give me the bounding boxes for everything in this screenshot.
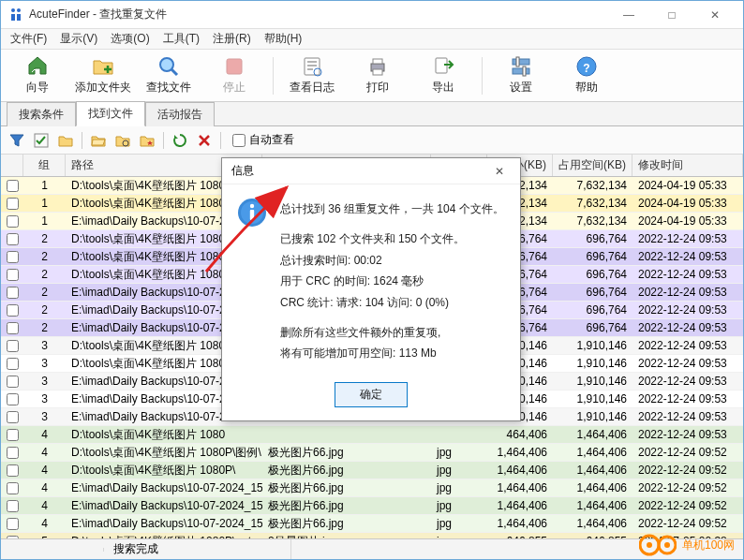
tab[interactable]: 找到文件 — [76, 101, 145, 126]
toolbar-stop-button: 停止 — [203, 53, 265, 98]
svg-text:?: ? — [583, 62, 589, 75]
dialog-title[interactable]: 信息 — [222, 158, 520, 184]
delete-icon[interactable] — [194, 130, 215, 151]
svg-rect-12 — [516, 57, 519, 66]
table-row[interactable]: 4D:\tools\桌面\4K壁纸图片 1080P\图例\极光图片66.jpgj… — [1, 444, 743, 462]
row-checkbox[interactable] — [7, 287, 19, 299]
svg-rect-4 — [305, 58, 320, 75]
svg-rect-7 — [373, 59, 382, 64]
close-button[interactable]: ✕ — [694, 2, 736, 28]
row-checkbox[interactable] — [7, 429, 19, 441]
svg-point-25 — [664, 542, 670, 548]
svg-point-23 — [647, 542, 652, 548]
row-checkbox[interactable] — [7, 393, 19, 405]
menu-item[interactable]: 选项(O) — [105, 29, 155, 49]
filter-icon[interactable] — [7, 130, 27, 151]
table-row[interactable]: 4D:\tools\桌面\4K壁纸图片 1080P\极光图片66.jpgjpg1… — [1, 462, 743, 479]
menu-item[interactable]: 帮助(H) — [259, 29, 308, 49]
row-checkbox[interactable] — [7, 447, 19, 459]
folder-find-icon[interactable] — [112, 130, 133, 151]
svg-rect-21 — [250, 210, 254, 220]
dialog-close-button[interactable]: ✕ — [481, 159, 518, 184]
ok-button[interactable]: 确定 — [335, 382, 408, 407]
row-checkbox[interactable] — [7, 411, 19, 423]
row-checkbox[interactable] — [7, 482, 19, 494]
tab[interactable]: 搜索条件 — [7, 102, 76, 126]
row-checkbox[interactable] — [7, 251, 19, 263]
watermark: 单机100网 — [639, 532, 735, 558]
row-checkbox[interactable] — [7, 233, 19, 245]
info-icon — [237, 198, 267, 228]
toolbar-print-button[interactable]: 打印 — [347, 53, 409, 98]
svg-point-1 — [17, 8, 21, 12]
toolbar-log-button[interactable]: 查看日志 — [281, 53, 343, 98]
table-row[interactable]: 4D:\tools\桌面\4K壁纸图片 1080464,4061,464,406… — [1, 426, 743, 444]
dialog-time: 总计搜索时间: 00:02 — [280, 251, 505, 270]
small-toolbar: 自动查看 — [1, 126, 743, 155]
titlebar[interactable]: AcuteFinder - 查找重复文件 — □ ✕ — [1, 1, 743, 29]
row-checkbox[interactable] — [7, 304, 19, 317]
toolbar-addfolder-button[interactable]: 添加文件夹 — [72, 53, 134, 98]
svg-rect-3 — [227, 59, 242, 74]
svg-rect-10 — [513, 59, 529, 65]
column-header[interactable]: 组 — [23, 155, 66, 176]
row-checkbox[interactable] — [7, 376, 19, 388]
row-checkbox[interactable] — [7, 269, 19, 281]
svg-point-0 — [11, 8, 15, 12]
menu-item[interactable]: 注册(R) — [207, 29, 257, 49]
row-checkbox[interactable] — [7, 500, 19, 512]
row-checkbox[interactable] — [7, 198, 19, 210]
column-header[interactable] — [1, 155, 23, 176]
tab[interactable]: 活动报告 — [145, 102, 215, 126]
row-checkbox[interactable] — [7, 322, 19, 334]
check-icon[interactable] — [31, 130, 52, 151]
menubar: 文件(F)显示(V)选项(O)工具(T)注册(R)帮助(H) — [1, 29, 743, 50]
svg-point-2 — [160, 58, 173, 71]
app-icon — [8, 7, 23, 22]
separator — [220, 132, 221, 149]
column-header[interactable]: 修改时间 — [632, 155, 743, 176]
row-checkbox[interactable] — [7, 518, 19, 530]
folder-star-icon[interactable] — [137, 130, 157, 151]
row-checkbox[interactable] — [7, 215, 19, 228]
row-checkbox[interactable] — [7, 464, 19, 477]
maximize-button[interactable]: □ — [651, 2, 692, 28]
refresh-icon[interactable] — [170, 130, 190, 151]
dialog-summary: 总计找到 36 组重复文件，一共 104 个文件。 — [280, 199, 505, 218]
dialog-crc-stats: CRC 统计: 请求: 104 访问: 0 (0%) — [280, 293, 505, 312]
window-title: AcuteFinder - 查找重复文件 — [29, 7, 608, 22]
row-checkbox[interactable] — [7, 358, 19, 370]
row-checkbox[interactable] — [7, 180, 19, 192]
toolbar-search-button[interactable]: 查找文件 — [138, 53, 200, 98]
column-header[interactable]: 占用空间(KB) — [553, 155, 632, 176]
menu-item[interactable]: 显示(V) — [54, 29, 103, 49]
toolbar-export-button[interactable]: 导出 — [412, 53, 474, 98]
table-row[interactable]: 4E:\imad\Daily Backups\10-07-2024_15...极… — [1, 497, 743, 515]
separator — [482, 57, 483, 95]
menu-item[interactable]: 文件(F) — [5, 29, 52, 49]
info-dialog: 信息 ✕ 总计找到 36 组重复文件，一共 104 个文件。 已搜索 102 个… — [221, 157, 521, 421]
table-row[interactable]: 4E:\imad\Daily Backups\10-07-2024_15...极… — [1, 515, 743, 533]
svg-rect-11 — [513, 68, 529, 74]
separator — [163, 132, 164, 149]
dialog-del: 删除所有这些文件额外的重复项, — [280, 323, 505, 342]
toolbar-settings-button[interactable]: 设置 — [490, 53, 552, 98]
menu-item[interactable]: 工具(T) — [157, 29, 205, 49]
auto-view-checkbox[interactable]: 自动查看 — [232, 132, 294, 148]
table-row[interactable]: 4E:\imad\Daily Backups\10-07-2024_15...极… — [1, 479, 743, 497]
status-label: 搜索完成 — [104, 539, 291, 559]
table-row[interactable]: 5D:\tools\桌面\4K壁纸图片 1080P\out...2风景图片.jp… — [1, 533, 743, 538]
minimize-button[interactable]: — — [608, 2, 649, 28]
dialog-free: 将有可能增加可用空间: 113 Mb — [280, 344, 505, 362]
svg-point-20 — [250, 204, 254, 208]
folder-open-icon[interactable] — [88, 130, 109, 151]
toolbar-help-button[interactable]: ?帮助 — [556, 53, 618, 98]
toolbar: 向导添加文件夹查找文件停止查看日志打印导出设置?帮助 — [1, 50, 743, 102]
row-checkbox[interactable] — [7, 340, 19, 352]
row-checkbox[interactable] — [7, 536, 19, 539]
separator — [273, 57, 274, 95]
toolbar-wizard-button[interactable]: 向导 — [7, 53, 68, 98]
watermark-icon — [639, 532, 677, 558]
auto-view-label: 自动查看 — [249, 132, 294, 148]
folder-icon[interactable] — [55, 130, 76, 151]
